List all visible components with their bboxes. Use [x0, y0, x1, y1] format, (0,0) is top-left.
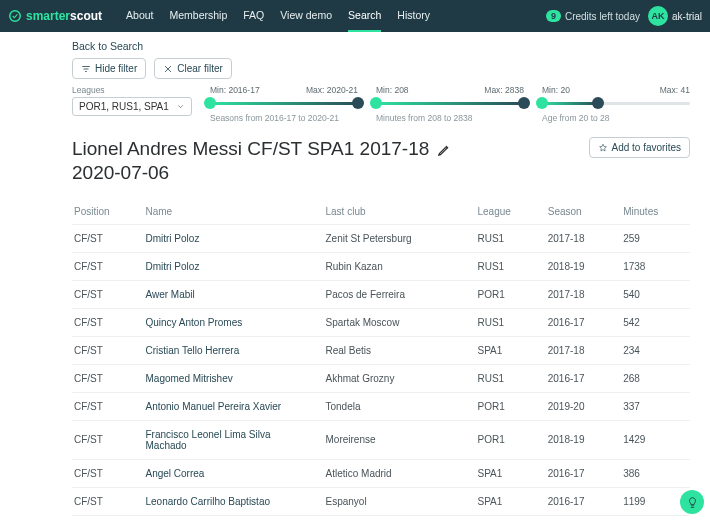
cell-season: 2019-20	[542, 392, 617, 420]
topbar: smarterscout About Membership FAQ View d…	[0, 0, 710, 32]
cell-league: RUS1	[471, 252, 541, 280]
cell-position: CF/ST	[72, 336, 139, 364]
cell-minutes: 540	[617, 280, 690, 308]
nav-search[interactable]: Search	[348, 0, 381, 32]
cell-minutes: 259	[617, 224, 690, 252]
cell-position: CF/ST	[72, 487, 139, 515]
cell-league: SPA1	[471, 459, 541, 487]
add-to-favorites-button[interactable]: Add to favorites	[589, 137, 690, 158]
cell-name[interactable]: Dmitri Poloz	[139, 224, 319, 252]
cell-season: 2018-19	[542, 252, 617, 280]
table-row[interactable]: CF/STDmitri PolozRubin KazanRUS12018-191…	[72, 252, 690, 280]
col-position[interactable]: Position	[72, 199, 139, 225]
cell-position: CF/ST	[72, 252, 139, 280]
table-row[interactable]: CF/STAntonio Manuel Pereira XavierTondel…	[72, 392, 690, 420]
season-slider[interactable]: Min: 2016-17Max: 2020-21 Seasons from 20…	[210, 85, 358, 123]
filter-bar: Leagues POR1, RUS1, SPA1 Min: 2016-17Max…	[72, 85, 690, 123]
cell-season: 2017-18	[542, 280, 617, 308]
cell-name[interactable]: Dmitri Poloz	[139, 252, 319, 280]
cell-season: 2016-17	[542, 487, 617, 515]
cell-club: Tondela	[319, 392, 471, 420]
cell-minutes: 268	[617, 364, 690, 392]
back-link[interactable]: Back to Search	[72, 40, 690, 52]
nav-demo[interactable]: View demo	[280, 0, 332, 32]
cell-name[interactable]: Quincy Anton Promes	[139, 308, 319, 336]
logo-icon	[8, 9, 22, 23]
nav-about[interactable]: About	[126, 0, 153, 32]
table-row[interactable]: CF/STAwer MabilPacos de FerreiraPOR12017…	[72, 280, 690, 308]
leagues-label: Leagues	[72, 85, 192, 95]
cell-season: 2016-17	[542, 364, 617, 392]
brand-logo[interactable]: smarterscout	[8, 9, 102, 23]
clear-filter-button[interactable]: Clear filter	[154, 58, 232, 79]
table-row[interactable]: CF/STCristian Tello HerreraReal BetisSPA…	[72, 336, 690, 364]
cell-minutes: 337	[617, 392, 690, 420]
lightbulb-icon	[686, 496, 699, 509]
table-row[interactable]: CF/STDmitri PolozZenit St PetersburgRUS1…	[72, 224, 690, 252]
cell-position: CF/ST	[72, 459, 139, 487]
close-icon	[163, 64, 173, 74]
cell-name[interactable]: Angel Correa	[139, 459, 319, 487]
table-row[interactable]: CF/STFrancisco Leonel Lima Silva Machado…	[72, 420, 690, 459]
nav-faq[interactable]: FAQ	[243, 0, 264, 32]
cell-minutes: 542	[617, 308, 690, 336]
user-avatar[interactable]: AK	[648, 6, 668, 26]
hide-filter-button[interactable]: Hide filter	[72, 58, 146, 79]
cell-season: 2016-17	[542, 308, 617, 336]
cell-name[interactable]: Awer Mabil	[139, 280, 319, 308]
cell-league: SPA1	[471, 487, 541, 515]
age-slider[interactable]: Min: 20Max: 41 Age from 20 to 28	[542, 85, 690, 123]
cell-league: RUS1	[471, 308, 541, 336]
cell-club: Pacos de Ferreira	[319, 280, 471, 308]
cell-name[interactable]: Antonio Manuel Pereira Xavier	[139, 392, 319, 420]
page-title: Lionel Andres Messi CF/ST SPA1 2017-1820…	[72, 137, 429, 185]
table-row[interactable]: CF/STMagomed MitrishevAkhmat GroznyRUS12…	[72, 364, 690, 392]
cell-position: CF/ST	[72, 392, 139, 420]
cell-name[interactable]: Francisco Leonel Lima Silva Machado	[139, 420, 319, 459]
cell-name[interactable]: Leonardo Carrilho Baptistao	[139, 487, 319, 515]
leagues-select[interactable]: POR1, RUS1, SPA1	[72, 97, 192, 116]
cell-season: 2016-17	[542, 459, 617, 487]
cell-name[interactable]: Cristian Tello Herrera	[139, 336, 319, 364]
cell-minutes: 386	[617, 459, 690, 487]
col-name[interactable]: Name	[139, 199, 319, 225]
chevron-down-icon	[176, 102, 185, 111]
cell-club: Espanyol	[319, 487, 471, 515]
edit-icon[interactable]	[437, 143, 451, 159]
cell-club: Moreirense	[319, 420, 471, 459]
cell-league: RUS1	[471, 364, 541, 392]
table-row[interactable]: CF/STQuincy Anton PromesSpartak MoscowRU…	[72, 308, 690, 336]
cell-league: POR1	[471, 280, 541, 308]
results-table: Position Name Last club League Season Mi…	[72, 199, 690, 516]
star-icon	[598, 143, 608, 153]
credits-count: 9	[546, 10, 561, 22]
user-name[interactable]: ak-trial	[672, 11, 702, 22]
nav-history[interactable]: History	[397, 0, 430, 32]
filter-icon	[81, 64, 91, 74]
cell-minutes: 1738	[617, 252, 690, 280]
cell-position: CF/ST	[72, 420, 139, 459]
cell-club: Real Betis	[319, 336, 471, 364]
col-season[interactable]: Season	[542, 199, 617, 225]
cell-league: POR1	[471, 392, 541, 420]
cell-position: CF/ST	[72, 364, 139, 392]
cell-minutes: 1429	[617, 420, 690, 459]
minutes-slider[interactable]: Min: 208Max: 2838 Minutes from 208 to 28…	[376, 85, 524, 123]
svg-point-0	[10, 11, 21, 22]
cell-club: Akhmat Grozny	[319, 364, 471, 392]
nav-membership[interactable]: Membership	[170, 0, 228, 32]
col-minutes[interactable]: Minutes	[617, 199, 690, 225]
table-row[interactable]: CF/STLeonardo Carrilho BaptistaoEspanyol…	[72, 487, 690, 515]
col-league[interactable]: League	[471, 199, 541, 225]
cell-name[interactable]: Magomed Mitrishev	[139, 364, 319, 392]
cell-position: CF/ST	[72, 280, 139, 308]
col-club[interactable]: Last club	[319, 199, 471, 225]
table-row[interactable]: CF/STAngel CorreaAtletico MadridSPA12016…	[72, 459, 690, 487]
cell-season: 2017-18	[542, 224, 617, 252]
help-fab[interactable]	[680, 490, 704, 514]
cell-league: RUS1	[471, 224, 541, 252]
cell-club: Spartak Moscow	[319, 308, 471, 336]
main-nav: About Membership FAQ View demo Search Hi…	[126, 0, 430, 32]
cell-league: POR1	[471, 420, 541, 459]
cell-season: 2017-18	[542, 336, 617, 364]
